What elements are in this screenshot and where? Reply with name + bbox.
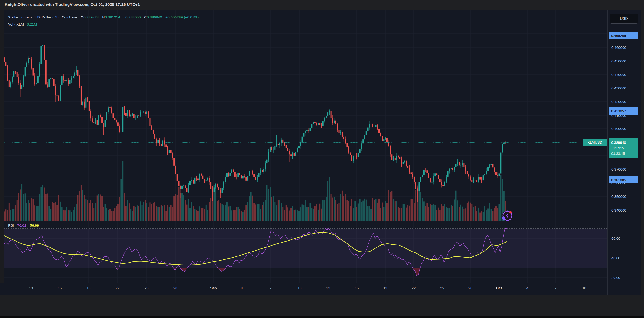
rsi-tick-label: 40.00 <box>612 256 640 260</box>
last-price-badge: 0.389940 −13.93% 03:33:15 <box>608 138 638 158</box>
time-tick-label: 22 <box>116 286 120 290</box>
close-label: C <box>144 15 147 19</box>
time-tick-label: 25 <box>440 286 444 290</box>
rsi-ma-value: 56.69 <box>30 223 39 227</box>
time-tick-label: 4 <box>241 286 243 290</box>
open-value: 0.389724 <box>84 15 99 19</box>
high-value: 0.391214 <box>105 15 120 19</box>
alert-price-badge: 0.413057 <box>608 107 638 114</box>
symbol-price-label: XLMUSD <box>583 139 607 146</box>
rsi-value: 70.02 <box>17 223 26 227</box>
watermark-text: KnightOliver created with TradingView.co… <box>5 2 140 7</box>
time-tick-label: Sep <box>210 286 217 290</box>
time-tick-label: 19 <box>87 286 91 290</box>
time-tick-label: 7 <box>270 286 272 290</box>
close-value: 0.389940 <box>147 15 162 19</box>
volume-legend[interactable]: Vol · XLM 3.21M <box>8 22 37 27</box>
time-tick-label: 10 <box>298 286 302 290</box>
volume-label: Vol · XLM <box>8 22 24 26</box>
alert-price-badge: 0.361885 <box>608 176 638 183</box>
rsi-tick-label: 60.00 <box>612 236 640 240</box>
rsi-legend[interactable]: RSI 70.02 56.69 <box>8 223 39 227</box>
price-tick-label: 0.450000 <box>612 59 640 63</box>
price-tick-label: 0.340000 <box>612 208 640 212</box>
time-tick-label: 4 <box>526 286 528 290</box>
volume-bars <box>4 161 508 221</box>
time-tick-label: 16 <box>58 286 62 290</box>
low-label: L <box>123 15 126 19</box>
last-price-value: 0.389940 <box>611 140 638 145</box>
open-label: O <box>80 15 84 19</box>
time-tick-label: 22 <box>412 286 416 290</box>
time-tick-label: 10 <box>582 286 586 290</box>
bar-countdown: 03:33:15 <box>611 151 638 156</box>
left-margin <box>0 11 4 283</box>
chart-canvas[interactable] <box>0 11 644 295</box>
price-tick-label: 0.430000 <box>612 86 640 90</box>
price-tick-label: 0.400000 <box>612 127 640 131</box>
candlesticks <box>4 31 508 202</box>
currency-label: USD <box>620 17 628 21</box>
time-tick-label: 28 <box>468 286 472 290</box>
last-price-change: −13.93% <box>611 145 638 151</box>
symbol-title: Stellar Lumens / US Dollar · 4h · Coinba… <box>8 15 77 19</box>
time-tick-label: 13 <box>326 286 330 290</box>
watermark-bar: KnightOliver created with TradingView.co… <box>0 0 644 11</box>
rsi-tick-label: 20.00 <box>612 276 640 280</box>
price-tick-label: 0.350000 <box>612 195 640 199</box>
time-tick-label: 25 <box>144 286 148 290</box>
time-tick-label: 16 <box>355 286 359 290</box>
alert-price-badge: 0.469205 <box>608 32 638 39</box>
price-tick-label: 0.440000 <box>612 73 640 77</box>
footer-bar: TradingView <box>0 295 644 316</box>
price-tick-label: 0.420000 <box>612 100 640 104</box>
bottom-strip <box>0 316 644 318</box>
low-value: 0.388000 <box>126 15 141 19</box>
time-tick-label: Oct <box>496 286 502 290</box>
time-tick-label: 19 <box>384 286 388 290</box>
time-tick-label: 7 <box>555 286 556 290</box>
rsi-label: RSI <box>8 223 14 227</box>
price-tick-label: 0.370000 <box>612 167 640 171</box>
currency-toggle-button[interactable]: USD <box>610 14 638 24</box>
volume-value: 3.21M <box>27 22 37 26</box>
time-tick-label: 13 <box>29 286 33 290</box>
price-tick-label: 0.460000 <box>612 45 640 49</box>
symbol-legend[interactable]: Stellar Lumens / US Dollar · 4h · Coinba… <box>8 15 199 19</box>
symbol-badge-text: XLMUSD <box>588 140 602 144</box>
change-value: +0.000289 (+0.07%) <box>165 15 199 19</box>
high-label: H <box>102 15 105 19</box>
time-tick-label: 28 <box>174 286 178 290</box>
tradingview-screenshot: KnightOliver created with TradingView.co… <box>0 0 644 318</box>
